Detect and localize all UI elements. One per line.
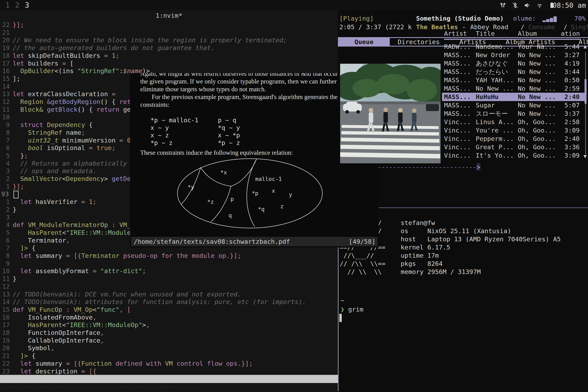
- tab-queue[interactable]: Queue: [354, 37, 374, 46]
- venn-label: q: [228, 212, 232, 218]
- playlist-row[interactable]: MASS...No New ...No New ...2:59: [442, 84, 585, 93]
- workspace-2[interactable]: 2: [15, 0, 20, 10]
- playlist-row[interactable]: Vinc...Linus A...Oh, Goo...2:58: [442, 118, 585, 126]
- line-number: 3: [0, 213, 10, 221]
- code-line[interactable]: 18let skipDefaultBuilders = 1;: [0, 52, 338, 60]
- code-line[interactable]: 20 Symbol,: [0, 344, 338, 352]
- prompt-line[interactable]: ❯ grim: [340, 305, 364, 314]
- playlist-row[interactable]: MASS...スローモーNo New ...3:37: [442, 110, 585, 118]
- code-line[interactable]: 16 IsolatedFromAbove,: [0, 314, 338, 321]
- line-number: 11: [0, 106, 10, 113]
- wifi-icon: [536, 2, 543, 9]
- venn-label: malloc-1: [255, 176, 282, 182]
- constraint: p ∼ q: [218, 116, 240, 124]
- scrollbar-thumb[interactable]: [584, 79, 586, 104]
- line-number: 15: [0, 306, 10, 314]
- workspace-1[interactable]: 1: [5, 0, 10, 10]
- cell-al: No New ...: [518, 59, 561, 68]
- cell-al: Your Na...: [518, 42, 561, 51]
- line-number: 93: [1, 190, 11, 198]
- cell-t: YAH YAH...: [476, 76, 518, 84]
- pdf-file-path: /home/stefan/texts/sav08:schwartzbach.pd…: [134, 237, 290, 246]
- nvim-window-title: 1:nvim*: [0, 12, 338, 19]
- code-line[interactable]: 15def VM_FuncOp : VM_Op<"func", [: [0, 306, 338, 314]
- nvim-statusline: compiler/src/iree/compiler/Dialect/VM/IR…: [0, 375, 338, 383]
- pdf-text-line: the given program. If we only consider t…: [140, 78, 375, 85]
- cell-t: あさひなぐ: [476, 59, 518, 68]
- playlist-row[interactable]: MASS...SugarNo New ...5:07: [442, 101, 585, 110]
- code-line[interactable]: 18 FunctionOpInterface,: [0, 329, 338, 336]
- line-number: 12: [0, 98, 10, 106]
- playlist-row[interactable]: MASS...YAH YAH...No New ...0:50: [442, 76, 585, 84]
- code-line[interactable]: 19// the auto-generated builders do not …: [0, 44, 338, 52]
- code-line[interactable]: 12: [0, 282, 338, 290]
- line-number: 6: [0, 236, 10, 244]
- playlist-row[interactable]: Vinc...You're ...Oh, Goo...3:09: [442, 126, 585, 134]
- volume-percent: 70%: [574, 14, 586, 22]
- tab-directories[interactable]: Directories: [398, 37, 440, 46]
- playlist-column-header[interactable]: Album: [518, 30, 561, 38]
- code-line[interactable]: 14// TODO(benvanik): attributes for func…: [0, 298, 338, 306]
- playlist-row[interactable]: MASS...だったらいNo New ...3:44: [442, 68, 585, 76]
- cell-d: 5:07: [561, 101, 580, 110]
- line-number: 2: [0, 175, 10, 182]
- typed-command: grim: [348, 306, 364, 313]
- code-line[interactable]: 21 ]> {: [0, 352, 338, 360]
- cell-t: No New ...: [476, 84, 518, 93]
- venn-label: x: [272, 188, 275, 194]
- scroll-up-arrow[interactable]: ▲: [584, 43, 587, 50]
- venn-label: z: [280, 203, 284, 210]
- playlist-row[interactable]: MASS...あさひなぐNo New ...4:19: [442, 59, 585, 68]
- line-number: 17: [0, 321, 10, 329]
- playlist-row[interactable]: RADW...Nandemo...Your Na...5:44: [442, 42, 585, 51]
- cell-t: Linus A...: [476, 118, 518, 126]
- scroll-down-arrow[interactable]: ▼: [584, 153, 587, 159]
- cell-a: MASS...: [444, 101, 476, 110]
- cell-d: 0:50: [561, 76, 580, 84]
- venn-label: *p: [252, 190, 258, 196]
- playlist-column-header[interactable]: ation: [561, 30, 580, 38]
- code-line[interactable]: 13// TODO(benvanik): DCE vm.func when un…: [0, 290, 338, 298]
- code-line[interactable]: 9: [0, 260, 338, 267]
- code-line[interactable]: 23 let description = [{: [0, 367, 338, 375]
- playlist-row-selected[interactable]: MASS...HuHuHuNo New ...2:40: [442, 93, 585, 101]
- code-line[interactable]: 20// We need to ensure the block inside …: [0, 36, 338, 44]
- cell-a: MASS...: [444, 84, 476, 93]
- code-line[interactable]: 21: [0, 28, 338, 36]
- line-number: 23: [0, 367, 10, 375]
- progress-head: >: [476, 163, 480, 171]
- venn-svg: *xmalloc-1*y*zpq*pxy*qz: [177, 158, 323, 229]
- constraint: x ∼ *p: [218, 132, 240, 139]
- workspace-3[interactable]: 3: [25, 0, 29, 10]
- playlist-column-header[interactable]: Title: [476, 30, 518, 38]
- playlist-row[interactable]: Vinc...Great P...Oh, Goo...3:36: [442, 143, 585, 151]
- playlist-column-header[interactable]: Artist: [444, 30, 476, 38]
- cell-al: No New ...: [518, 51, 561, 59]
- line-number: 22: [0, 360, 10, 367]
- pdf-sentence: These constraints induce the following e…: [140, 149, 293, 156]
- code-line[interactable]: 19 CallableOpInterface,: [0, 336, 338, 344]
- code-line[interactable]: 11}: [0, 275, 338, 282]
- code-line[interactable]: 22}];: [0, 21, 338, 28]
- code-line[interactable]: 17 HasParent<"IREE::VM::ModuleOp">,: [0, 321, 338, 329]
- playlist-row[interactable]: MASS...New OrderNo New ...3:27: [442, 51, 585, 59]
- constraints-col2: p ∼ q*q ∼ yx ∼ *p*p ∼ z: [218, 116, 240, 146]
- playlist-header: ArtistTitleAlbumation: [444, 30, 585, 38]
- code-line[interactable]: 17let builders = [: [0, 60, 338, 67]
- volume-bar-icon[interactable]: [542, 16, 558, 22]
- cell-al: No New ...: [518, 110, 561, 118]
- line-number: 7: [0, 136, 10, 144]
- code-line[interactable]: 10 let assemblyFormat = "attr-dict";: [0, 267, 338, 275]
- pdf-paragraph: Again, we might as well restrict ourselv…: [140, 73, 375, 108]
- line-number: 4: [0, 221, 10, 229]
- cell-a: Vinc...: [444, 151, 476, 160]
- playlist-row[interactable]: Vinc...It's Yo...Oh, Goo...3:09: [442, 151, 585, 160]
- playlist-row[interactable]: Vinc...Pepperm...Oh, Goo...2:40: [442, 134, 585, 143]
- cell-al: No New ...: [518, 84, 561, 93]
- cell-t: It's Yo...: [476, 151, 518, 160]
- editor-cursor: [14, 191, 18, 198]
- code-line[interactable]: 22 let summary = [{Function defined with…: [0, 360, 338, 367]
- code-line[interactable]: 8 let summary = [{Terminator pseudo-op f…: [0, 252, 338, 260]
- constraint: *p ∼ malloc-1: [150, 116, 198, 124]
- playlist: RADW...Nandemo...Your Na...5:44MASS...Ne…: [442, 42, 585, 160]
